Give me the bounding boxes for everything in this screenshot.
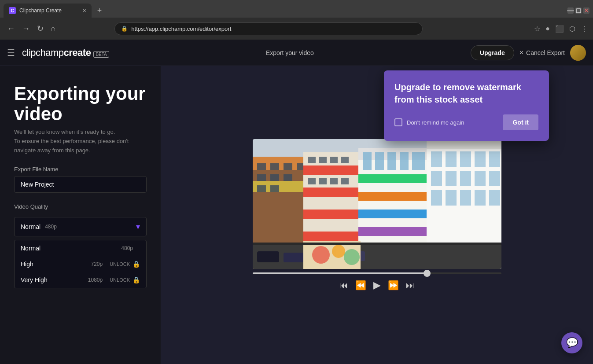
svg-rect-34: [358, 174, 429, 183]
svg-point-68: [332, 245, 345, 258]
svg-rect-56: [431, 190, 442, 206]
play-button[interactable]: ▶: [373, 279, 381, 291]
video-progress-bar[interactable]: [253, 272, 501, 274]
svg-rect-52: [446, 171, 457, 186]
logo-beta-badge: BETA: [93, 51, 109, 58]
selected-quality-name: Normal: [21, 223, 41, 230]
svg-rect-36: [358, 210, 429, 218]
video-buildings-svg: [253, 139, 501, 269]
more-options-icon[interactable]: ⋮: [581, 25, 588, 33]
svg-rect-5: [253, 192, 306, 203]
svg-rect-58: [460, 190, 471, 206]
quality-dropdown[interactable]: Normal 480p ▾: [14, 217, 147, 236]
app-body: Exporting yourvideo We'll let you know w…: [0, 66, 593, 364]
svg-rect-6: [253, 203, 306, 214]
video-quality-label: Video Quality: [14, 203, 147, 210]
svg-point-69: [344, 249, 360, 265]
svg-rect-7: [257, 163, 266, 170]
svg-rect-26: [330, 157, 338, 163]
user-avatar[interactable]: [570, 45, 586, 61]
export-section: Exporting yourvideo We'll let you know w…: [14, 84, 147, 155]
svg-rect-14: [257, 185, 266, 192]
cancel-export-label: Cancel Export: [526, 49, 565, 56]
svg-rect-48: [460, 151, 471, 167]
export-title-text: Export your video: [266, 49, 314, 56]
export-file-section: Export File Name: [14, 166, 147, 193]
video-progress-fill: [253, 272, 427, 274]
svg-rect-24: [308, 157, 316, 163]
minimize-button[interactable]: —: [567, 7, 574, 14]
home-button[interactable]: ⌂: [49, 22, 57, 35]
tab-favicon: C: [9, 7, 16, 14]
back-button[interactable]: ←: [5, 22, 17, 35]
svg-rect-8: [270, 163, 279, 170]
svg-rect-19: [303, 188, 361, 197]
svg-rect-62: [257, 251, 279, 262]
svg-rect-70: [253, 243, 501, 245]
extension-icon3[interactable]: ⬡: [569, 25, 575, 33]
video-progress-thumb: [424, 270, 431, 277]
app: ☰ clipchamp create BETA Export your vide…: [0, 40, 593, 364]
skip-to-start-button[interactable]: ⏮: [339, 280, 348, 290]
popup-title: Upgrade to remove watermark from this st…: [394, 81, 538, 106]
tab-close-icon[interactable]: ×: [83, 7, 86, 14]
address-bar[interactable]: 🔒 https://app.clipchamp.com/editor/expor…: [114, 22, 423, 35]
quality-option-veryhigh[interactable]: Very High 1080p UNLOCK 🔒: [15, 272, 146, 288]
dont-remind-checkbox[interactable]: [394, 118, 402, 126]
new-tab-button[interactable]: +: [93, 4, 106, 17]
got-it-button[interactable]: Got it: [503, 114, 538, 130]
lock-icon: 🔒: [121, 26, 128, 32]
chat-bubble-button[interactable]: 💬: [561, 332, 582, 353]
unlock-label-high: UNLOCK: [110, 261, 130, 267]
skip-to-end-button[interactable]: ⏭: [406, 280, 415, 290]
selected-quality-res: 480p: [45, 224, 57, 230]
svg-rect-46: [431, 151, 442, 167]
svg-rect-20: [303, 210, 361, 219]
upgrade-popup: Upgrade to remove watermark from this st…: [384, 70, 549, 141]
window-controls: — □ ×: [567, 7, 589, 14]
svg-rect-53: [460, 171, 471, 186]
quality-option-name-normal: Normal: [21, 245, 121, 252]
svg-rect-39: [363, 152, 372, 170]
quality-option-normal[interactable]: Normal 480p: [15, 240, 146, 256]
svg-rect-28: [308, 178, 316, 184]
quality-option-res-veryhigh: 1080p: [88, 277, 103, 283]
close-button[interactable]: ×: [583, 7, 589, 14]
svg-rect-11: [257, 174, 266, 181]
svg-rect-55: [489, 171, 500, 186]
svg-rect-47: [446, 151, 457, 167]
browser-tab-bar: C Clipchamp Create × + — □ ×: [0, 0, 593, 18]
export-file-input[interactable]: [14, 176, 147, 193]
maximize-button[interactable]: □: [575, 7, 582, 14]
browser-chrome: C Clipchamp Create × + — □ × ← → ↻ ⌂ 🔒 h…: [0, 0, 593, 40]
menu-button[interactable]: ☰: [7, 48, 15, 58]
upgrade-button[interactable]: Upgrade: [471, 45, 514, 60]
svg-rect-31: [341, 178, 349, 184]
video-controls: ⏮ ⏪ ▶ ⏩ ⏭: [339, 279, 415, 291]
extension-icon1[interactable]: ●: [545, 25, 550, 33]
svg-rect-54: [475, 171, 486, 186]
svg-rect-30: [330, 178, 338, 184]
quality-option-high[interactable]: High 720p UNLOCK 🔒: [15, 256, 146, 272]
export-heading: Exporting yourvideo: [14, 84, 147, 124]
dont-remind-label: Don't remind me again: [407, 119, 464, 126]
browser-tab[interactable]: C Clipchamp Create ×: [4, 4, 92, 18]
svg-rect-9: [284, 163, 292, 170]
logo-clipchamp: clipchamp: [22, 47, 64, 59]
extension-icon2[interactable]: ⬛: [555, 25, 564, 33]
star-icon[interactable]: ☆: [534, 25, 540, 33]
export-subtitle: We'll let you know when it's ready to go…: [14, 128, 147, 155]
header-right-actions: Upgrade × Cancel Export: [471, 45, 586, 61]
forward-button[interactable]: →: [20, 22, 32, 35]
unlock-label-veryhigh: UNLOCK: [110, 277, 130, 283]
svg-rect-59: [475, 190, 486, 206]
svg-rect-29: [319, 178, 327, 184]
rewind-button[interactable]: ⏪: [355, 280, 366, 290]
cancel-export-button[interactable]: × Cancel Export: [519, 49, 565, 57]
refresh-button[interactable]: ↻: [35, 22, 45, 35]
chat-bubble-icon: 💬: [566, 337, 578, 349]
svg-rect-40: [375, 152, 384, 170]
fast-forward-button[interactable]: ⏩: [388, 280, 399, 290]
cancel-icon: ×: [519, 49, 523, 57]
svg-rect-37: [358, 227, 429, 236]
